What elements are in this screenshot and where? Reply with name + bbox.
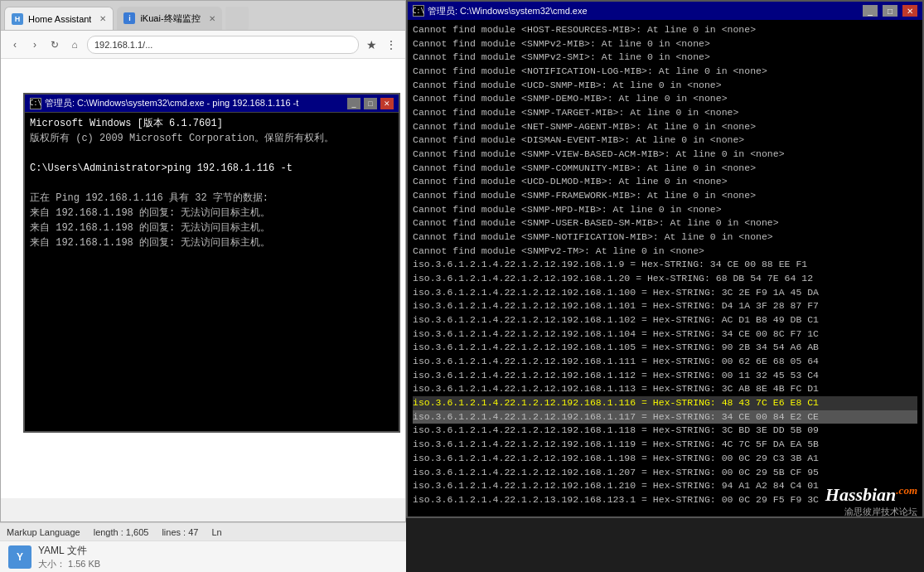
cmd-line: C:\Users\Administrator>ping 192.168.1.11…	[30, 161, 394, 176]
cmd-line: Microsoft Windows [版本 6.1.7601]	[30, 116, 394, 131]
cmd-big-line: Cannot find module <NOTIFICATION-LOG-MIB…	[413, 65, 917, 79]
cmd-big-line: Cannot find module <HOST-RESOURCES-MIB>:…	[413, 23, 917, 37]
cmd-line: 正在 Ping 192.168.1.116 具有 32 字节的数据:	[30, 191, 394, 206]
lines-info: lines : 47	[162, 527, 198, 537]
cmd-big-line: Cannot find module <SNMPv2-TM>: At line …	[413, 245, 917, 259]
forward-button[interactable]: ›	[27, 37, 42, 52]
cmd-big-line: Cannot find module <NET-SNMP-AGENT-MIB>:…	[413, 120, 917, 134]
cmd-small-minimize[interactable]: _	[347, 98, 360, 109]
cmd-big-line: iso.3.6.1.2.1.4.22.1.2.12.192.168.1.111 …	[413, 355, 917, 369]
cmd-big-line: Cannot find module <UCD-DLMOD-MIB>: At l…	[413, 175, 917, 189]
watermark-com: .com	[896, 484, 917, 497]
cmd-big-line: iso.3.6.1.2.1.4.22.1.2.12.192.168.1.9 = …	[413, 258, 917, 272]
cmd-line: 版权所有 (c) 2009 Microsoft Corporation。保留所有…	[30, 131, 394, 146]
tab-empty[interactable]	[225, 7, 249, 30]
cmd-big-line: Cannot find module <SNMP-TARGET-MIB>: At…	[413, 106, 917, 120]
cmd-line	[30, 176, 394, 191]
cmd-small-title: 管理员: C:\Windows\system32\cmd.exe - ping …	[45, 97, 344, 109]
file-name: YAML 文件	[38, 544, 100, 558]
cmd-big-line: iso.3.6.1.2.1.4.22.1.2.12.192.168.1.101 …	[413, 299, 917, 313]
cmd-big-line: iso.3.6.1.2.1.4.22.1.2.12.192.168.1.112 …	[413, 369, 917, 383]
cmd-big-line: Cannot find module <SNMPv2-MIB>: At line…	[413, 37, 917, 51]
cmd-big-line: Cannot find module <SNMP-FRAMEWORK-MIB>:…	[413, 189, 917, 203]
cmd-small-icon: C:\	[30, 98, 41, 109]
taskbar-file-row: Y YAML 文件 大小： 1.56 KB	[0, 540, 406, 572]
cmd-small-body: Microsoft Windows [版本 6.1.7601]版权所有 (c) …	[25, 113, 399, 431]
ha-tab-close[interactable]: ✕	[99, 14, 106, 23]
ikuai-tab-icon: i	[123, 12, 135, 24]
status-bar: Markup Language length : 1,605 lines : 4…	[0, 522, 406, 540]
cmd-big-line: Cannot find module <SNMP-USER-BASED-SM-M…	[413, 216, 917, 230]
cmd-line	[30, 146, 394, 161]
cmd-big-line: Cannot find module <SNMP-MPD-MIB>: At li…	[413, 203, 917, 217]
cmd-big-icon: C:\	[413, 5, 424, 17]
cmd-big-line: iso.3.6.1.2.1.4.22.1.2.12.192.168.1.116 …	[413, 396, 917, 410]
cmd-big-window: C:\ 管理员: C:\Windows\system32\cmd.exe _ □…	[406, 0, 924, 518]
cmd-line: 来自 192.168.1.198 的回复: 无法访问目标主机。	[30, 221, 394, 235]
tab-ikuai[interactable]: i iKuai-终端监控 ✕	[117, 7, 221, 30]
cmd-big-line: Cannot find module <DISMAN-EVENT-MIB>: A…	[413, 133, 917, 148]
cmd-big-line: iso.3.6.1.2.1.4.22.1.2.12.192.168.1.118 …	[413, 424, 917, 438]
cmd-big-maximize[interactable]: □	[883, 5, 897, 17]
cmd-big-line: iso.3.6.1.2.1.4.22.1.2.12.192.168.1.198 …	[413, 452, 917, 466]
cmd-big-title: 管理员: C:\Windows\system32\cmd.exe	[428, 5, 858, 17]
cmd-big-line: iso.3.6.1.2.1.4.22.1.2.12.192.168.1.104 …	[413, 327, 917, 342]
browser-tabs: H Home Assistant ✕ i iKuai-终端监控 ✕	[1, 1, 405, 31]
ikuai-tab-close[interactable]: ✕	[209, 14, 215, 23]
home-button[interactable]: ⌂	[67, 37, 82, 52]
cmd-big-line: iso.3.6.1.2.1.4.22.1.2.12.192.168.1.100 …	[413, 286, 917, 300]
cmd-small-maximize[interactable]: □	[364, 98, 377, 109]
cmd-big-line: Cannot find module <SNMP-COMMUNITY-MIB>:…	[413, 162, 917, 176]
cmd-line: 来自 192.168.1.198 的回复: 无法访问目标主机。	[30, 206, 394, 221]
cmd-big-line: Cannot find module <SNMPv2-SMI>: At line…	[413, 51, 917, 65]
cmd-big-line: iso.3.6.1.2.1.4.22.1.2.12.192.168.1.102 …	[413, 313, 917, 327]
language-label: Markup Language	[7, 527, 80, 537]
cmd-big-close[interactable]: ✕	[902, 5, 917, 17]
watermark-subtitle: 渝思彼岸技术论坛	[844, 506, 917, 518]
tab-home-assistant[interactable]: H Home Assistant ✕	[4, 7, 114, 30]
settings-icon[interactable]: ⋮	[384, 37, 399, 52]
cmd-big-line: iso.3.6.1.2.1.4.22.1.2.12.192.168.1.113 …	[413, 382, 917, 396]
cmd-big-line: Cannot find module <SNMP-VIEW-BASED-ACM-…	[413, 148, 917, 162]
position-label: Ln	[211, 527, 221, 537]
cmd-small-window: C:\ 管理员: C:\Windows\system32\cmd.exe - p…	[23, 93, 400, 433]
ha-tab-icon: H	[12, 13, 23, 25]
length-info: length : 1,605	[94, 527, 149, 537]
cmd-big-line: Cannot find module <UCD-SNMP-MIB>: At li…	[413, 79, 917, 93]
file-size: 大小： 1.56 KB	[38, 558, 100, 570]
cmd-big-titlebar: C:\ 管理员: C:\Windows\system32\cmd.exe _ □…	[408, 2, 922, 20]
address-bar: ‹ › ↻ ⌂ ★ ⋮	[1, 31, 405, 59]
cmd-big-body: Cannot find module <HOST-RESOURCES-MIB>:…	[408, 20, 922, 516]
bookmark-icon[interactable]: ★	[364, 37, 379, 52]
cmd-big-minimize[interactable]: _	[863, 5, 878, 17]
ikuai-tab-label: iKuai-终端监控	[140, 12, 200, 25]
cmd-big-line: Cannot find module <SNMP-NOTIFICATION-MI…	[413, 230, 917, 245]
cmd-big-line: iso.3.6.1.2.1.4.22.1.2.12.192.168.1.119 …	[413, 438, 917, 452]
cmd-big-line: iso.3.6.1.2.1.4.22.1.2.12.192.168.1.20 =…	[413, 272, 917, 286]
cmd-small-close[interactable]: ✕	[380, 98, 394, 109]
back-button[interactable]: ‹	[7, 37, 22, 52]
watermark-brand: Hassbian.com	[825, 484, 917, 506]
cmd-line: 来自 192.168.1.198 的回复: 无法访问目标主机。	[30, 235, 394, 250]
ha-tab-label: Home Assistant	[28, 14, 91, 24]
yaml-file-icon: Y	[8, 545, 31, 569]
cmd-big-line: iso.3.6.1.2.1.4.22.1.2.12.192.168.1.207 …	[413, 466, 917, 480]
reload-button[interactable]: ↻	[47, 37, 62, 52]
cmd-small-titlebar: C:\ 管理员: C:\Windows\system32\cmd.exe - p…	[25, 95, 399, 113]
cmd-big-line: iso.3.6.1.2.1.4.22.1.2.12.192.168.1.117 …	[413, 410, 917, 424]
file-info: YAML 文件 大小： 1.56 KB	[38, 544, 100, 570]
watermark: Hassbian.com 渝思彼岸技术论坛	[758, 481, 924, 522]
address-input[interactable]	[87, 36, 359, 54]
cmd-big-line: iso.3.6.1.2.1.4.22.1.2.12.192.168.1.105 …	[413, 341, 917, 355]
cmd-big-line: Cannot find module <SNMP-DEMO-MIB>: At l…	[413, 92, 917, 106]
